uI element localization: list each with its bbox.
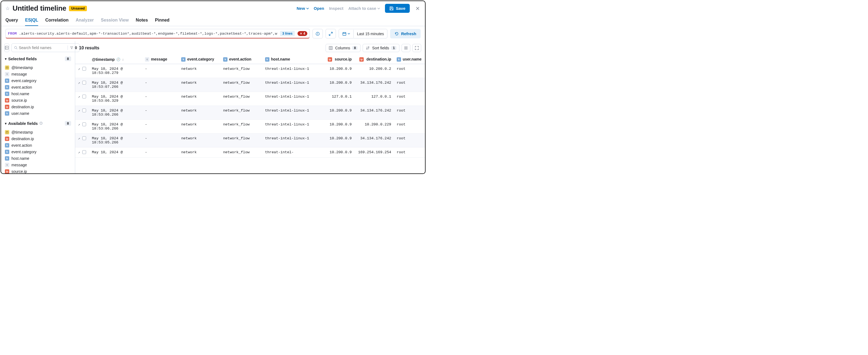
cell-event-action: network_flow bbox=[220, 106, 262, 120]
sort-fields-button[interactable]: Sort fields 1 bbox=[363, 44, 399, 52]
field-item[interactable]: khost.name bbox=[4, 91, 72, 97]
calendar-dropdown[interactable] bbox=[339, 30, 353, 38]
open-button[interactable]: Open bbox=[314, 6, 324, 11]
field-type-keyword-icon: k bbox=[265, 57, 270, 62]
tab-correlation[interactable]: Correlation bbox=[45, 16, 68, 26]
field-item[interactable]: tmessage bbox=[4, 162, 72, 168]
cell-source-ip: 127.0.0.1 bbox=[318, 92, 354, 106]
tab-pinned[interactable]: Pinned bbox=[155, 16, 169, 26]
available-fields-header[interactable]: ▾ Available fields ⓘ 8 bbox=[4, 119, 72, 127]
field-item[interactable]: @timestamp bbox=[4, 129, 72, 136]
th-host-name[interactable]: host.name bbox=[271, 57, 290, 61]
field-item[interactable]: @timestamp bbox=[4, 64, 72, 71]
row-checkbox[interactable] bbox=[82, 122, 86, 126]
row-checkbox[interactable] bbox=[82, 67, 86, 70]
row-checkbox[interactable] bbox=[82, 81, 86, 85]
field-item[interactable]: ipsource.ip bbox=[4, 97, 72, 103]
expand-row-button[interactable]: ↗ bbox=[78, 122, 80, 127]
cell-timestamp: May 10, 2024 @ 18:53:07.266 bbox=[89, 78, 142, 92]
unsaved-badge: Unsaved bbox=[69, 6, 87, 11]
th-user-name[interactable]: user.name bbox=[403, 57, 422, 61]
expand-row-button[interactable]: ↗ bbox=[78, 81, 80, 85]
field-item[interactable]: kevent.category bbox=[4, 78, 72, 84]
svg-point-7 bbox=[14, 46, 17, 49]
row-checkbox[interactable] bbox=[82, 136, 86, 140]
field-type-kw-icon: k bbox=[5, 92, 9, 96]
filter-icon[interactable] bbox=[70, 46, 73, 49]
cell-event-category: network bbox=[179, 148, 220, 157]
time-range-picker[interactable]: Last 15 minutes bbox=[339, 29, 388, 38]
sort-count: 1 bbox=[391, 46, 396, 50]
results-count: 10 results bbox=[79, 46, 99, 51]
refresh-button[interactable]: Refresh bbox=[390, 29, 421, 38]
query-text: FROM .alerts-security.alerts-default,apm… bbox=[8, 32, 277, 36]
cell-user-name: root bbox=[394, 106, 425, 120]
table-row: ↗ May 10, 2024 @ - network network_flow … bbox=[75, 148, 425, 157]
row-checkbox[interactable] bbox=[82, 109, 86, 112]
time-range-label[interactable]: Last 15 minutes bbox=[353, 30, 387, 38]
help-icon[interactable]: ⓘ bbox=[39, 121, 42, 125]
collapse-sidebar-button[interactable] bbox=[4, 43, 9, 52]
sort-desc-icon[interactable]: ↓ bbox=[122, 58, 124, 61]
field-name: host.name bbox=[11, 92, 29, 96]
field-name: event.action bbox=[11, 85, 32, 89]
field-type-kw-icon: k bbox=[5, 156, 9, 160]
th-destination-ip[interactable]: destination.ip bbox=[366, 57, 391, 61]
results-table: @timestamp 🕘 ↓ tmessage kevent.category … bbox=[75, 55, 425, 173]
cell-source-ip: 10.200.0.9 bbox=[318, 64, 354, 78]
expand-row-button[interactable]: ↗ bbox=[78, 95, 80, 99]
columns-label: Columns bbox=[335, 46, 350, 50]
fullscreen-button[interactable] bbox=[412, 44, 421, 52]
expand-row-button[interactable]: ↗ bbox=[78, 136, 80, 141]
esql-query-editor[interactable]: FROM .alerts-security.alerts-default,apm… bbox=[5, 29, 310, 38]
field-item[interactable]: kuser.name bbox=[4, 110, 72, 117]
columns-button[interactable]: Columns 8 bbox=[326, 44, 361, 52]
save-button[interactable]: Save bbox=[385, 4, 410, 13]
inspect-button: Inspect bbox=[329, 6, 344, 11]
row-checkbox[interactable] bbox=[82, 95, 86, 98]
new-button[interactable]: New bbox=[297, 6, 309, 11]
cell-message: - bbox=[142, 106, 179, 120]
field-item[interactable]: ipsource.ip bbox=[4, 168, 72, 173]
chevron-down-icon bbox=[306, 7, 309, 10]
line-count-badge[interactable]: 3 lines bbox=[280, 31, 294, 36]
cell-event-category: network bbox=[179, 106, 220, 120]
th-event-action[interactable]: event.action bbox=[229, 57, 251, 61]
query-help-button[interactable] bbox=[312, 29, 323, 38]
field-item[interactable]: tmessage bbox=[4, 71, 72, 78]
svg-rect-4 bbox=[343, 32, 346, 35]
field-item[interactable]: kevent.action bbox=[4, 142, 72, 149]
tab-query[interactable]: Query bbox=[5, 16, 18, 26]
field-item[interactable]: kevent.category bbox=[4, 149, 72, 155]
expand-icon bbox=[329, 32, 333, 36]
th-event-category[interactable]: event.category bbox=[187, 57, 214, 61]
expand-editor-button[interactable] bbox=[326, 29, 336, 38]
field-item[interactable]: ipdestination.ip bbox=[4, 103, 72, 110]
expand-row-button[interactable]: ↗ bbox=[78, 150, 80, 155]
error-badge[interactable]: 4 bbox=[298, 31, 308, 36]
fields-sidebar: 0 ▾ Selected fields 8 @timestamptmessage… bbox=[1, 41, 75, 173]
field-search-input[interactable] bbox=[18, 45, 68, 51]
expand-row-button[interactable]: ↗ bbox=[78, 109, 80, 113]
field-item[interactable]: kevent.action bbox=[4, 84, 72, 91]
expand-row-button[interactable]: ↗ bbox=[78, 67, 80, 71]
field-type-t-icon: t bbox=[5, 72, 9, 76]
th-message[interactable]: message bbox=[151, 57, 167, 61]
tab-notes[interactable]: Notes bbox=[136, 16, 148, 26]
tab-esql[interactable]: ES|QL bbox=[25, 16, 38, 26]
favorite-star-icon[interactable]: ☆ bbox=[5, 5, 10, 11]
density-button[interactable] bbox=[402, 44, 410, 52]
th-timestamp[interactable]: @timestamp bbox=[92, 57, 115, 62]
cell-host-name: threat-intel- bbox=[262, 148, 318, 157]
svg-rect-6 bbox=[5, 46, 6, 49]
close-button[interactable] bbox=[415, 5, 421, 11]
th-source-ip[interactable]: source.ip bbox=[335, 57, 352, 61]
row-checkbox[interactable] bbox=[82, 150, 86, 154]
field-name: destination.ip bbox=[11, 105, 34, 109]
field-search[interactable]: 0 bbox=[11, 43, 80, 52]
field-type-ip-icon: ip bbox=[5, 137, 9, 141]
field-item[interactable]: ipdestination.ip bbox=[4, 136, 72, 142]
field-item[interactable]: khost.name bbox=[4, 155, 72, 162]
cell-host-name: threat-intel-linux-1 bbox=[262, 78, 318, 92]
selected-fields-header[interactable]: ▾ Selected fields 8 bbox=[4, 54, 72, 62]
